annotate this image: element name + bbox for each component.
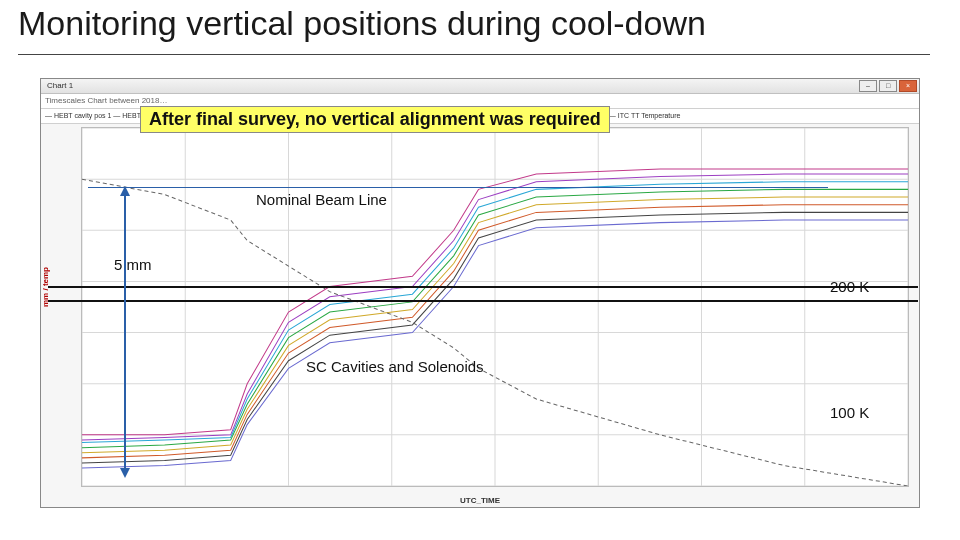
- svg-marker-19: [120, 468, 130, 478]
- x-axis-label: UTC_TIME: [460, 496, 500, 505]
- minimize-button[interactable]: –: [859, 80, 877, 92]
- close-button[interactable]: ×: [899, 80, 917, 92]
- plot-area[interactable]: [81, 127, 909, 487]
- annot-sc: SC Cavities and Solenoids: [306, 358, 484, 375]
- nominal-line: [88, 187, 828, 188]
- chart-window: Chart 1 – □ × Timescales Chart between 2…: [40, 78, 920, 508]
- five-mm-arrow: [118, 186, 132, 478]
- annot-100k: 100 K: [830, 404, 869, 421]
- annot-200k: 200 K: [830, 278, 869, 295]
- plot-svg: [82, 128, 908, 486]
- band-line-lower: [48, 300, 918, 302]
- slide: Monitoring vertical positions during coo…: [0, 0, 960, 540]
- page-title: Monitoring vertical positions during coo…: [18, 4, 706, 43]
- band-line-upper: [48, 286, 918, 288]
- window-titlebar[interactable]: Chart 1 – □ ×: [41, 79, 919, 94]
- svg-marker-18: [120, 186, 130, 196]
- annot-nominal: Nominal Beam Line: [256, 191, 387, 208]
- y-axis: mm / temp: [41, 127, 81, 487]
- maximize-button[interactable]: □: [879, 80, 897, 92]
- callout-survey: After final survey, no vertical alignmen…: [140, 106, 610, 133]
- window-title: Chart 1: [47, 81, 73, 90]
- title-rule: [18, 54, 930, 55]
- window-buttons: – □ ×: [859, 80, 917, 92]
